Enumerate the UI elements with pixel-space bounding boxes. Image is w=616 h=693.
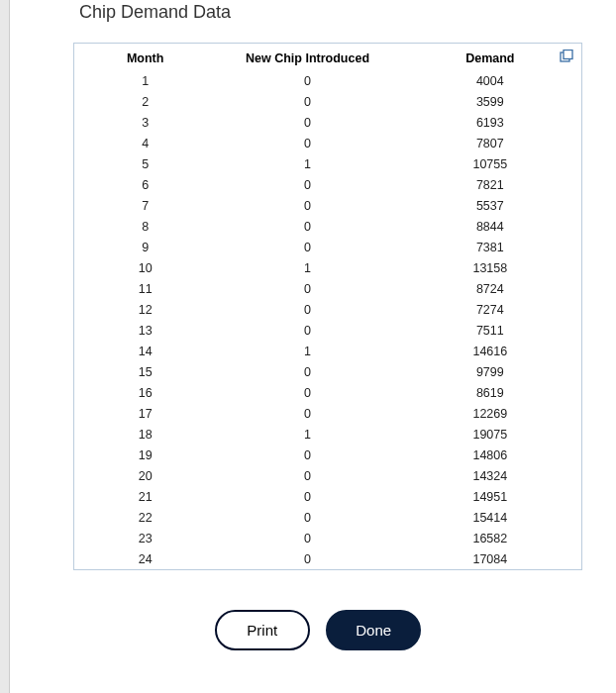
page-title: Chip Demand Data bbox=[20, 0, 616, 43]
cell-new-chip: 0 bbox=[216, 133, 398, 153]
cell-demand: 16582 bbox=[399, 528, 581, 548]
table-row: 1608619 bbox=[74, 382, 581, 403]
table-row: 18119075 bbox=[74, 424, 581, 445]
column-header-new-chip: New Chip Introduced bbox=[216, 44, 398, 70]
cell-new-chip: 1 bbox=[216, 153, 398, 174]
window-left-edge bbox=[0, 0, 10, 693]
cell-month: 18 bbox=[74, 424, 216, 445]
cell-demand: 15414 bbox=[399, 507, 581, 528]
cell-demand: 14806 bbox=[399, 445, 581, 465]
table-row: 907381 bbox=[74, 237, 581, 257]
table-row: 20014324 bbox=[74, 465, 581, 486]
table-row: 23016582 bbox=[74, 528, 581, 548]
cell-new-chip: 0 bbox=[216, 507, 398, 528]
cell-demand: 17084 bbox=[399, 548, 581, 569]
cell-month: 13 bbox=[74, 320, 216, 341]
cell-demand: 7274 bbox=[399, 299, 581, 320]
cell-month: 8 bbox=[74, 216, 216, 237]
table-row: 203599 bbox=[74, 91, 581, 112]
cell-demand: 8724 bbox=[399, 278, 581, 299]
table-row: 17012269 bbox=[74, 403, 581, 424]
table-row: 14114616 bbox=[74, 341, 581, 361]
cell-demand: 7807 bbox=[399, 133, 581, 153]
table-row: 306193 bbox=[74, 112, 581, 133]
cell-month: 15 bbox=[74, 361, 216, 382]
cell-demand: 14616 bbox=[399, 341, 581, 361]
table-row: 5110755 bbox=[74, 153, 581, 174]
cell-new-chip: 0 bbox=[216, 528, 398, 548]
table-row: 1307511 bbox=[74, 320, 581, 341]
cell-month: 4 bbox=[74, 133, 216, 153]
table-row: 607821 bbox=[74, 174, 581, 195]
chip-demand-table: Month New Chip Introduced Demand 1040042… bbox=[74, 44, 581, 569]
cell-month: 19 bbox=[74, 445, 216, 465]
cell-new-chip: 1 bbox=[216, 341, 398, 361]
cell-new-chip: 0 bbox=[216, 70, 398, 91]
cell-month: 1 bbox=[74, 70, 216, 91]
table-row: 705537 bbox=[74, 195, 581, 216]
cell-month: 14 bbox=[74, 341, 216, 361]
popout-icon[interactable] bbox=[560, 50, 573, 63]
data-table-container: Month New Chip Introduced Demand 1040042… bbox=[73, 43, 582, 570]
cell-month: 20 bbox=[74, 465, 216, 486]
cell-new-chip: 0 bbox=[216, 465, 398, 486]
cell-month: 11 bbox=[74, 278, 216, 299]
table-row: 104004 bbox=[74, 70, 581, 91]
cell-demand: 7381 bbox=[399, 237, 581, 257]
cell-month: 6 bbox=[74, 174, 216, 195]
cell-month: 21 bbox=[74, 486, 216, 507]
svg-rect-1 bbox=[564, 50, 572, 59]
cell-new-chip: 0 bbox=[216, 548, 398, 569]
table-row: 407807 bbox=[74, 133, 581, 153]
cell-new-chip: 0 bbox=[216, 382, 398, 403]
cell-demand: 8619 bbox=[399, 382, 581, 403]
cell-new-chip: 0 bbox=[216, 91, 398, 112]
table-row: 19014806 bbox=[74, 445, 581, 465]
table-row: 808844 bbox=[74, 216, 581, 237]
cell-new-chip: 0 bbox=[216, 237, 398, 257]
print-button[interactable]: Print bbox=[215, 610, 310, 650]
table-row: 1207274 bbox=[74, 299, 581, 320]
column-header-month: Month bbox=[74, 44, 216, 70]
cell-demand: 14951 bbox=[399, 486, 581, 507]
cell-new-chip: 1 bbox=[216, 424, 398, 445]
cell-demand: 10755 bbox=[399, 153, 581, 174]
table-row: 1108724 bbox=[74, 278, 581, 299]
content-area: Chip Demand Data Month New Chip Introduc… bbox=[0, 0, 616, 650]
cell-demand: 14324 bbox=[399, 465, 581, 486]
cell-demand: 19075 bbox=[399, 424, 581, 445]
cell-new-chip: 1 bbox=[216, 257, 398, 278]
cell-demand: 3599 bbox=[399, 91, 581, 112]
cell-new-chip: 0 bbox=[216, 403, 398, 424]
cell-demand: 7821 bbox=[399, 174, 581, 195]
cell-new-chip: 0 bbox=[216, 195, 398, 216]
cell-new-chip: 0 bbox=[216, 112, 398, 133]
column-header-demand: Demand bbox=[399, 44, 581, 70]
cell-month: 3 bbox=[74, 112, 216, 133]
table-row: 24017084 bbox=[74, 548, 581, 569]
table-row: 22015414 bbox=[74, 507, 581, 528]
cell-new-chip: 0 bbox=[216, 299, 398, 320]
cell-demand: 4004 bbox=[399, 70, 581, 91]
cell-month: 16 bbox=[74, 382, 216, 403]
cell-demand: 8844 bbox=[399, 216, 581, 237]
cell-month: 22 bbox=[74, 507, 216, 528]
cell-new-chip: 0 bbox=[216, 216, 398, 237]
cell-new-chip: 0 bbox=[216, 174, 398, 195]
cell-new-chip: 0 bbox=[216, 361, 398, 382]
cell-demand: 6193 bbox=[399, 112, 581, 133]
cell-new-chip: 0 bbox=[216, 278, 398, 299]
cell-month: 23 bbox=[74, 528, 216, 548]
done-button[interactable]: Done bbox=[326, 610, 421, 650]
table-row: 21014951 bbox=[74, 486, 581, 507]
table-row: 10113158 bbox=[74, 257, 581, 278]
cell-new-chip: 0 bbox=[216, 445, 398, 465]
cell-month: 7 bbox=[74, 195, 216, 216]
cell-demand: 13158 bbox=[399, 257, 581, 278]
cell-demand: 5537 bbox=[399, 195, 581, 216]
cell-demand: 12269 bbox=[399, 403, 581, 424]
cell-new-chip: 0 bbox=[216, 486, 398, 507]
cell-month: 5 bbox=[74, 153, 216, 174]
cell-month: 12 bbox=[74, 299, 216, 320]
cell-demand: 9799 bbox=[399, 361, 581, 382]
